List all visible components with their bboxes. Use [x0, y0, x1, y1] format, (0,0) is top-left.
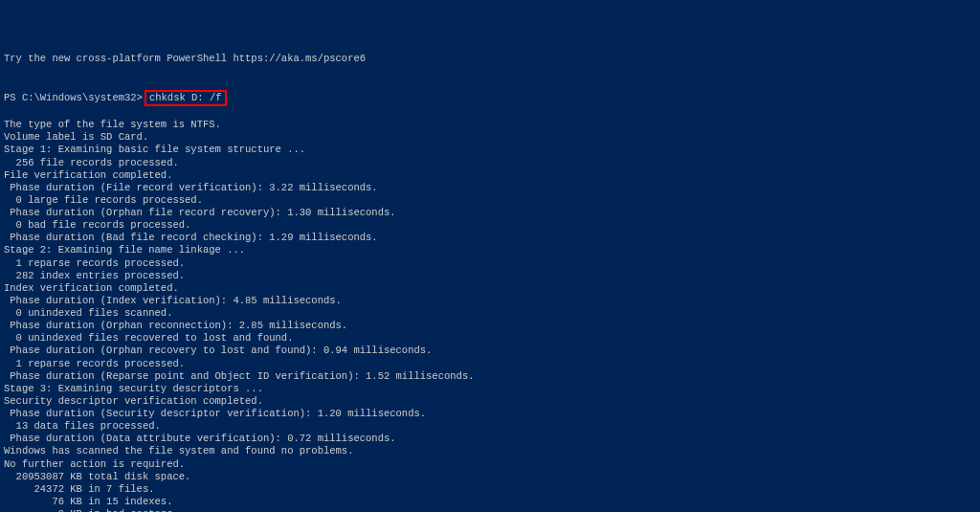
command-text: chkdsk D: /f [149, 92, 222, 103]
output-line: Phase duration (Orphan file record recov… [4, 207, 976, 219]
output-line: Phase duration (Bad file record checking… [4, 232, 976, 244]
output-line: Phase duration (Index verification): 4.8… [4, 295, 976, 307]
output-line: Phase duration (File record verification… [4, 182, 976, 194]
output-line: No further action is required. [4, 458, 976, 471]
output-line: The type of the file system is NTFS. [4, 119, 976, 131]
output-line: 0 large file records processed. [4, 194, 976, 207]
output-line: 282 index entries processed. [4, 270, 976, 282]
output-line: 20953087 KB total disk space. [4, 471, 976, 483]
output-line: Phase duration (Security descriptor veri… [4, 408, 976, 420]
output-line: Volume label is SD Card. [4, 131, 976, 144]
command-line: PS C:\Windows\system32>chkdsk D: /f [4, 90, 976, 106]
output-line: 76 KB in 15 indexes. [4, 496, 976, 508]
output-line: Phase duration (Orphan reconnection): 2.… [4, 320, 976, 332]
output-line: 0 unindexed files recovered to lost and … [4, 332, 976, 345]
output-line: 0 KB in bad sectors. [4, 508, 976, 512]
output-line: Phase duration (Reparse point and Object… [4, 370, 976, 383]
intro-line: Try the new cross-platform PowerShell ht… [4, 53, 976, 65]
output-line: 1 reparse records processed. [4, 358, 976, 370]
output-line: 0 unindexed files scanned. [4, 307, 976, 320]
output-line: Windows has scanned the file system and … [4, 445, 976, 457]
output-line: Index verification completed. [4, 282, 976, 295]
output-line: File verification completed. [4, 169, 976, 182]
output-line: Phase duration (Data attribute verificat… [4, 433, 976, 445]
output-line: 256 file records processed. [4, 157, 976, 169]
terminal-output: The type of the file system is NTFS.Volu… [4, 119, 976, 512]
output-line: 1 reparse records processed. [4, 257, 976, 270]
prompt-prefix: PS C:\Windows\system32> [4, 92, 143, 103]
output-line: 13 data files processed. [4, 420, 976, 433]
output-line: 24372 KB in 7 files. [4, 483, 976, 496]
output-line: Stage 3: Examining security descriptors … [4, 383, 976, 395]
output-line: 0 bad file records processed. [4, 219, 976, 232]
output-line: Phase duration (Orphan recovery to lost … [4, 345, 976, 357]
command-highlight: chkdsk D: /f [145, 90, 227, 106]
output-line: Stage 2: Examining file name linkage ... [4, 244, 976, 256]
output-line: Stage 1: Examining basic file system str… [4, 144, 976, 156]
output-line: Security descriptor verification complet… [4, 395, 976, 408]
